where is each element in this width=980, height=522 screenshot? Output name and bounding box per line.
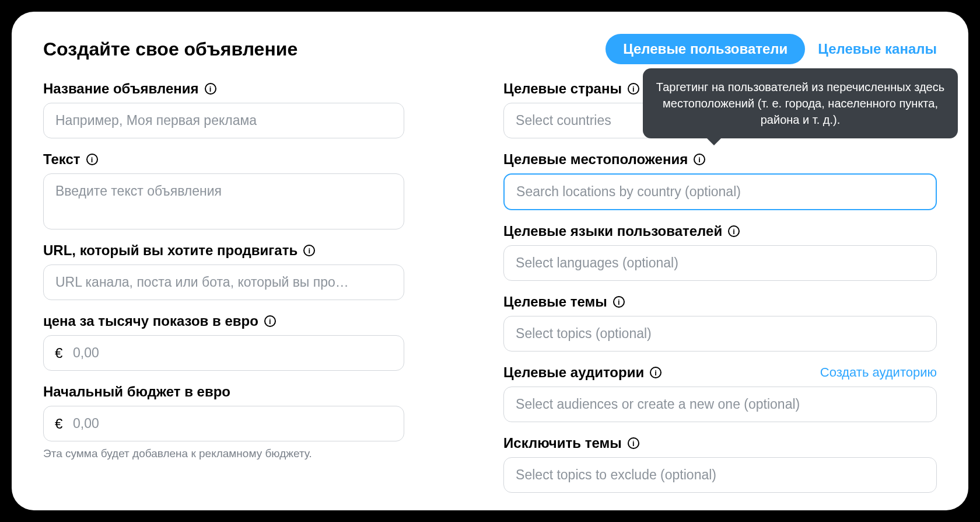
info-icon[interactable]: i <box>694 154 705 165</box>
url-label: URL, который вы хотите продвигать <box>43 242 298 259</box>
locations-tooltip: Таргетинг на пользователей из перечислен… <box>643 68 958 138</box>
audiences-select[interactable]: Select audiences or create a new one (op… <box>503 387 937 422</box>
header: Создайте свое объявление Целевые пользов… <box>43 34 937 64</box>
target-tabs: Целевые пользователи Целевые каналы <box>606 34 937 64</box>
field-topics: Целевые темы i Select topics (optional) <box>503 294 937 352</box>
ad-name-label: Название объявления <box>43 81 199 97</box>
left-column: Название объявления i Текст i URL, котор… <box>43 81 404 493</box>
locations-label: Целевые местоположения <box>503 151 688 168</box>
page-title: Создайте свое объявление <box>43 39 298 60</box>
languages-select[interactable]: Select languages (optional) <box>503 245 937 281</box>
exclude-select[interactable]: Select topics to exclude (optional) <box>503 457 937 493</box>
info-icon[interactable]: i <box>728 225 740 237</box>
euro-icon: € <box>55 345 62 361</box>
field-audiences: Целевые аудитории i Создать аудиторию Se… <box>503 364 937 422</box>
locations-input[interactable] <box>503 173 937 210</box>
info-icon[interactable]: i <box>264 315 276 327</box>
budget-input[interactable] <box>43 406 404 441</box>
info-icon[interactable]: i <box>613 296 625 308</box>
info-icon[interactable]: i <box>86 154 98 165</box>
info-icon[interactable]: i <box>205 83 216 95</box>
field-cpm: цена за тысячу показов в евро i € <box>43 313 404 371</box>
tab-target-channels[interactable]: Целевые каналы <box>818 41 937 57</box>
field-locations: Целевые местоположения i <box>503 151 937 210</box>
field-url: URL, который вы хотите продвигать i <box>43 242 404 300</box>
info-icon[interactable]: i <box>650 367 662 378</box>
url-input[interactable] <box>43 265 404 300</box>
field-budget: Начальный бюджет в евро € Эта сумма буде… <box>43 384 404 460</box>
field-text: Текст i <box>43 151 404 229</box>
ad-name-input[interactable] <box>43 103 404 138</box>
info-icon[interactable]: i <box>628 83 639 95</box>
topics-label: Целевые темы <box>503 294 607 310</box>
field-languages: Целевые языки пользователей i Select lan… <box>503 223 937 281</box>
cpm-label: цена за тысячу показов в евро <box>43 313 258 329</box>
languages-label: Целевые языки пользователей <box>503 223 722 239</box>
budget-helper: Эта сумма будет добавлена к рекламному б… <box>43 447 404 460</box>
create-audience-link[interactable]: Создать аудиторию <box>820 365 937 380</box>
budget-label: Начальный бюджет в евро <box>43 384 230 400</box>
text-label: Текст <box>43 151 80 168</box>
euro-icon: € <box>55 416 62 432</box>
field-ad-name: Название объявления i <box>43 81 404 138</box>
field-exclude-topics: Исключить темы i Select topics to exclud… <box>503 435 937 493</box>
countries-label: Целевые страны <box>503 81 622 97</box>
tab-target-users[interactable]: Целевые пользователи <box>606 34 805 64</box>
text-input[interactable] <box>43 173 404 229</box>
info-icon[interactable]: i <box>303 245 315 256</box>
topics-select[interactable]: Select topics (optional) <box>503 316 937 352</box>
audiences-label: Целевые аудитории <box>503 364 644 381</box>
info-icon[interactable]: i <box>628 437 639 449</box>
cpm-input[interactable] <box>43 335 404 371</box>
ad-create-card: Таргетинг на пользователей из перечислен… <box>12 12 968 510</box>
exclude-label: Исключить темы <box>503 435 622 451</box>
